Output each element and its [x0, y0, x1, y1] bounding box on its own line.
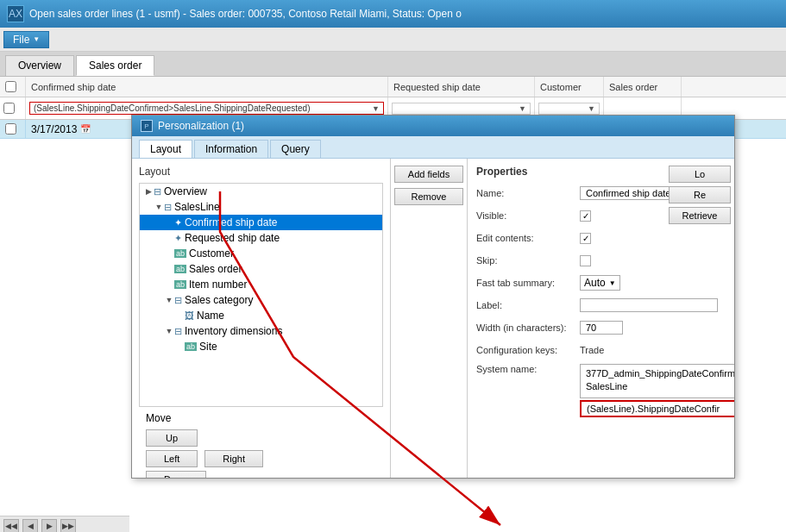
- prop-label-skip: Skip:: [476, 255, 580, 266]
- prop-select-fast-tab[interactable]: Auto ▼: [580, 275, 620, 291]
- tab-sales-order[interactable]: Sales order: [76, 55, 154, 76]
- tab-overview[interactable]: Overview: [5, 55, 74, 76]
- prop-checkbox-visible[interactable]: [580, 210, 591, 222]
- system-name-box: 377D_admin_ShippingDateConfirmed SalesLi…: [580, 364, 734, 398]
- prop-value-config-keys: Trade: [580, 345, 604, 355]
- col-sales-order: Sales order: [604, 77, 682, 97]
- header-checkbox[interactable]: [5, 81, 16, 92]
- tree-container[interactable]: ▶ ⊟ Overview ▼ ⊟ SalesLine: [139, 183, 383, 407]
- filter-dropdown-btn2[interactable]: ▼: [519, 104, 526, 113]
- select-arrow-icon: ▼: [609, 279, 616, 287]
- prop-label-width: Width (in characters):: [476, 322, 580, 333]
- prop-label-system-name: System name:: [476, 364, 580, 374]
- tree-icon-inv-dim: ⊟: [174, 326, 182, 337]
- move-up-button[interactable]: Up: [146, 429, 198, 447]
- col-confirmed-ship-date: Confirmed ship date: [26, 77, 388, 97]
- filter-dropdown-btn[interactable]: ▼: [372, 104, 380, 113]
- tree-item-sales-order[interactable]: ab Sales order: [140, 261, 382, 277]
- filter-dropdown-btn3[interactable]: ▼: [588, 104, 595, 113]
- tree-expand-salesline[interactable]: ▼: [154, 203, 164, 211]
- tree-expand-customer: [164, 249, 174, 258]
- dialog-title-bar: P Personalization (1): [132, 116, 734, 136]
- grid-header: Confirmed ship date Requested ship date …: [0, 77, 786, 97]
- calendar-icon[interactable]: 📅: [80, 124, 91, 134]
- nav-prev-button[interactable]: ◀: [22, 519, 38, 533]
- tree-icon-sales-order: ab: [174, 265, 186, 273]
- tree-item-customer[interactable]: ab Customer: [140, 246, 382, 261]
- tree-expand-inv-dim[interactable]: ▼: [164, 327, 174, 335]
- personalization-dialog: P Personalization (1) Layout Information…: [131, 115, 735, 479]
- filter-confirmed-ship-date[interactable]: (SalesLine.ShippingDateConfirmed>SalesLi…: [29, 102, 384, 115]
- prop-input-label[interactable]: [580, 298, 718, 312]
- prop-row-width: Width (in characters):: [476, 319, 726, 336]
- tree-expand-csd: [164, 218, 174, 227]
- prop-checkbox-edit-contents[interactable]: [580, 233, 591, 244]
- dialog-body: Layout ▶ ⊟ Overview ▼ ⊟ SalesLine: [132, 159, 734, 478]
- prop-label-config-keys: Configuration keys:: [476, 345, 580, 355]
- col-customer: Customer: [535, 77, 604, 97]
- window-title: Open sales order lines (1 - usmf) - Sale…: [29, 8, 779, 20]
- add-fields-button[interactable]: Add fields: [394, 166, 463, 183]
- tree-icon-site: ab: [185, 342, 197, 351]
- dialog-icon: P: [141, 120, 153, 132]
- right-buttons-panel: Lo Re Retrieve: [665, 159, 734, 231]
- nav-next-button[interactable]: ▶: [41, 519, 57, 533]
- tree-icon-overview: ⊟: [154, 186, 161, 197]
- move-buttons: Up Left Right Down: [146, 429, 376, 478]
- re-button[interactable]: Re: [669, 186, 731, 203]
- tree-item-confirmed-ship-date[interactable]: ✦ Confirmed ship date: [140, 215, 382, 230]
- file-bar: File ▼: [0, 28, 786, 52]
- file-button[interactable]: File ▼: [3, 31, 49, 48]
- move-label: Move: [146, 412, 376, 424]
- tree-item-site[interactable]: ab Site: [140, 339, 382, 354]
- tree-item-requested-ship-date[interactable]: ✦ Requested ship date: [140, 230, 382, 246]
- prop-label-fast-tab: Fast tab summary:: [476, 278, 580, 288]
- tab-layout[interactable]: Layout: [139, 140, 192, 158]
- tree-panel: Layout ▶ ⊟ Overview ▼ ⊟ SalesLine: [132, 159, 391, 478]
- tab-information[interactable]: Information: [194, 140, 268, 158]
- tree-icon-customer: ab: [174, 249, 186, 258]
- prop-row-label: Label:: [476, 297, 726, 314]
- lo-button[interactable]: Lo: [669, 166, 731, 183]
- nav-last-button[interactable]: ▶▶: [60, 519, 76, 533]
- move-right-button[interactable]: Right: [204, 450, 263, 467]
- retrieve-button[interactable]: Retrieve: [669, 207, 731, 224]
- tab-query[interactable]: Query: [270, 140, 321, 158]
- col-requested-ship-date: Requested ship date: [388, 77, 535, 97]
- tree-expand-sales-category[interactable]: ▼: [164, 296, 174, 304]
- app-icon: AX: [7, 5, 24, 22]
- filter-requested-ship-date[interactable]: ▼: [392, 103, 531, 115]
- prop-input-width[interactable]: [580, 321, 623, 335]
- tree-item-salesline[interactable]: ▼ ⊟ SalesLine: [140, 199, 382, 215]
- move-section: Move Up Left Right Down: [139, 407, 383, 478]
- tree-expand-overview[interactable]: ▶: [143, 187, 154, 196]
- move-down-button[interactable]: Down: [146, 471, 206, 478]
- tree-item-overview[interactable]: ▶ ⊟ Overview: [140, 184, 382, 199]
- tree-icon-csd: ✦: [174, 217, 182, 228]
- tree-expand-rsd: [164, 234, 174, 242]
- tree-icon-salesline: ⊟: [164, 202, 172, 213]
- row-checkbox[interactable]: [5, 123, 16, 135]
- tree-item-name[interactable]: 🖼 Name: [140, 308, 382, 323]
- nav-first-button[interactable]: ◀◀: [3, 519, 19, 533]
- remove-button[interactable]: Remove: [394, 188, 463, 205]
- prop-checkbox-skip[interactable]: [580, 255, 591, 266]
- filter-checkbox[interactable]: [3, 103, 15, 114]
- tree-item-sales-category[interactable]: ▼ ⊟ Sales category: [140, 292, 382, 308]
- move-left-button[interactable]: Left: [146, 450, 198, 467]
- dialog-title: Personalization (1): [158, 120, 244, 132]
- prop-row-system-name: System name: 377D_admin_ShippingDateConf…: [476, 364, 726, 417]
- bottom-nav: ◀◀ ◀ ▶ ▶▶: [0, 516, 129, 532]
- tab-bar: Overview Sales order: [0, 52, 786, 77]
- prop-row-edit-contents: Edit contents:: [476, 229, 726, 247]
- tree-icon-name: 🖼: [185, 310, 194, 321]
- prop-label-visible: Visible:: [476, 210, 580, 221]
- tree-icon-item-number: ab: [174, 280, 186, 289]
- prop-row-fast-tab: Fast tab summary: Auto ▼: [476, 274, 726, 291]
- system-name-dropdown[interactable]: (SalesLine).ShippingDateConfir ▼: [580, 400, 734, 417]
- tree-item-item-number[interactable]: ab Item number: [140, 277, 382, 292]
- filter-customer[interactable]: ▼: [538, 103, 600, 115]
- main-area: Confirmed ship date Requested ship date …: [0, 77, 786, 532]
- prop-label-label: Label:: [476, 300, 580, 310]
- tree-item-inventory-dimensions[interactable]: ▼ ⊟ Inventory dimensions: [140, 323, 382, 339]
